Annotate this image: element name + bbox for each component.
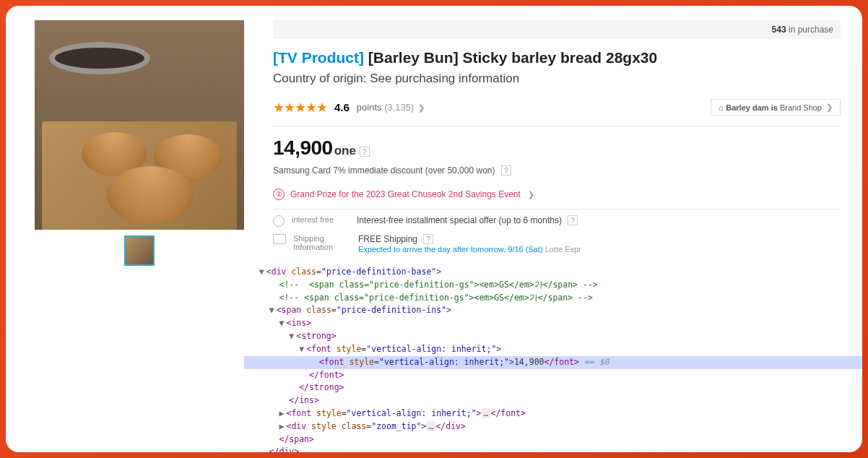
purchase-count-badge: 543 in purchase xyxy=(273,20,841,39)
interest-free-row: interest free Interest-free installment … xyxy=(273,209,841,233)
interest-value: Interest-free installment special offer … xyxy=(357,215,578,225)
tv-product-tag: [TV Product] xyxy=(273,49,364,66)
dom-node[interactable]: ▼<strong> xyxy=(244,330,862,343)
price-value: 14,900 xyxy=(273,137,333,160)
star-icons: ★★★★★ xyxy=(273,100,327,116)
devtools-elements-panel[interactable]: ▼<div class="price-definition-base"> <!-… xyxy=(244,262,862,452)
purchase-count: 543 xyxy=(772,25,786,35)
event-row[interactable]: ② Grand Prize for the 2023 Great Chuseok… xyxy=(273,183,841,209)
shipping-label: Shipping Information xyxy=(293,234,351,251)
event-badge-icon: ② xyxy=(273,189,285,200)
dom-node-selected[interactable]: <font style="vertical-align: inherit;">1… xyxy=(244,356,862,369)
shipping-block: FREE Shipping ? Expected to arrive the d… xyxy=(358,234,581,254)
chevron-right-icon: ❯ xyxy=(418,103,425,112)
card-discount-row: Samsung Card 7% immediate discount (over… xyxy=(273,165,841,176)
price-help-icon[interactable]: ? xyxy=(360,147,370,157)
thumbnail-1[interactable] xyxy=(124,236,155,266)
shipping-value: FREE Shipping xyxy=(358,234,417,244)
page-card: 543 in purchase [TV Product] [Barley Bun… xyxy=(6,6,862,452)
rating-row: ★★★★★ 4.6 points (3,135) ❯ ⌂ Barley dam … xyxy=(273,99,841,126)
dom-comment[interactable]: <!-- <span class="price-definition-gs"><… xyxy=(244,292,862,305)
dom-node[interactable]: </font> xyxy=(244,369,862,382)
product-image[interactable] xyxy=(35,20,244,230)
country-of-origin: Country of origin: See purchasing inform… xyxy=(273,72,841,86)
dom-node[interactable]: ▼<font style="vertical-align: inherit;"> xyxy=(244,343,862,356)
price-row: 14,900 one ? xyxy=(273,126,841,165)
shipping-help-icon[interactable]: ? xyxy=(423,234,433,244)
brand-shop-link[interactable]: ⌂ Barley dam is Brand Shop ❯ xyxy=(711,99,841,116)
image-column xyxy=(27,20,251,266)
shipping-row: Shipping Information FREE Shipping ? Exp… xyxy=(273,233,841,260)
dom-node[interactable]: ▼<div class="price-definition-base"> xyxy=(244,266,862,279)
interest-icon xyxy=(273,215,285,227)
dom-node[interactable]: </strong> xyxy=(244,381,862,394)
product-title: [TV Product] [Barley Bun] Sticky barley … xyxy=(273,48,841,67)
dom-node[interactable]: </div> xyxy=(244,446,862,452)
carrier-text: Lotte Expr xyxy=(543,245,581,254)
discount-help-icon[interactable]: ? xyxy=(501,165,511,176)
dom-node[interactable]: ▼<span class="price-definition-ins"> xyxy=(244,304,862,317)
details-column: 543 in purchase [TV Product] [Barley Bun… xyxy=(269,20,841,266)
price-unit: one xyxy=(334,144,356,158)
dom-node[interactable]: ▶<font style="vertical-align: inherit;">… xyxy=(244,407,862,420)
dom-node[interactable]: </ins> xyxy=(244,394,862,407)
rating-value: 4.6 xyxy=(334,101,350,113)
rating-points-label: points (3,135) ❯ xyxy=(357,102,425,113)
event-text: Grand Prize for the 2023 Great Chuseok 2… xyxy=(290,189,521,199)
arrival-text: Expected to arrive the day after tomorro… xyxy=(358,245,543,254)
dom-node[interactable]: ▼<ins> xyxy=(244,317,862,330)
dom-node[interactable]: </span> xyxy=(244,433,862,446)
product-section: 543 in purchase [TV Product] [Barley Bun… xyxy=(6,6,862,266)
interest-help-icon[interactable]: ? xyxy=(568,215,578,225)
chevron-right-icon: ❯ xyxy=(826,103,833,112)
truck-icon xyxy=(273,234,286,244)
dom-comment[interactable]: <!-- <span class="price-definition-gs"><… xyxy=(244,279,862,292)
interest-label: interest free xyxy=(292,215,350,224)
chevron-right-icon: ❯ xyxy=(528,190,534,199)
home-icon: ⌂ xyxy=(719,103,724,112)
dom-node[interactable]: ▶<div style class="zoom_tip">…</div> xyxy=(244,420,862,433)
